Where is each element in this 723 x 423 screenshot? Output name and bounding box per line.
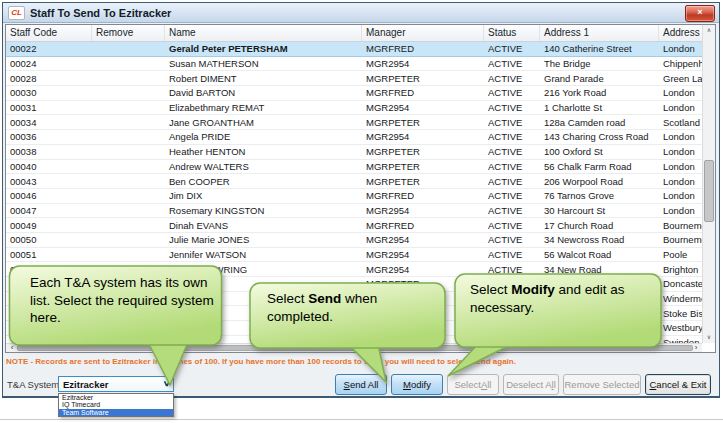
cell-addr1: Grand Parade [540, 73, 659, 84]
cell-addr1: 143 Charing Cross Road [540, 131, 659, 142]
cell-name: Julie Marie JONES [165, 234, 362, 245]
cell-name: Angela PRIDE [165, 131, 362, 142]
cell-manager: MGR2954 [362, 234, 484, 245]
cell-addr2: London [659, 205, 702, 216]
scroll-right-icon[interactable]: › [691, 344, 701, 352]
cell-addr2: Bournemouth [659, 234, 702, 245]
table-row[interactable]: 00043Ben COOPERMGRPETERACTIVE206 Worpool… [6, 174, 702, 189]
table-row[interactable]: 00034Jane GROANTHAMMGRPETERACTIVE128a Ca… [6, 115, 702, 130]
table-row[interactable]: 00024Susan MATHERSONMGR2954ACTIVEThe Bri… [6, 57, 702, 72]
cell-addr2: Scotland [659, 117, 702, 128]
table-row[interactable]: 00031Elizabethmary REMATMGR2954ACTIVE1 C… [6, 101, 702, 116]
column-header-code[interactable]: Staff Code [6, 25, 92, 41]
cell-addr1: 56 Walcot Road [540, 249, 659, 260]
cell-manager: MGR2954 [362, 102, 484, 113]
cell-manager: MGR2954 [362, 131, 484, 142]
cell-status: ACTIVE [484, 249, 540, 260]
grid-header-row: Staff CodeRemoveNameManagerStatusAddress… [6, 25, 702, 42]
cell-addr1: 17 Church Road [540, 220, 659, 231]
table-row[interactable]: 00038Heather HENTONMGRPETERACTIVE100 Oxf… [6, 145, 702, 160]
page-divider [0, 419, 723, 420]
cell-name: Jane GROANTHAM [165, 117, 362, 128]
table-row[interactable]: 00050Julie Marie JONESMGR2954ACTIVE34 Ne… [6, 233, 702, 248]
column-header-addr2[interactable]: Address 2 [659, 25, 702, 41]
vertical-scrollbar[interactable]: ∧ ∨ [702, 25, 715, 343]
cell-addr2: Chippenham [659, 58, 702, 69]
cell-code: 00024 [6, 58, 92, 69]
table-row[interactable]: 00049Dinah EVANSMGRFREDACTIVE17 Church R… [6, 218, 702, 233]
cell-code: 00022 [6, 43, 92, 54]
cell-addr2: London [659, 87, 702, 98]
cell-manager: MGRFRED [362, 87, 484, 98]
cell-status: ACTIVE [484, 176, 540, 187]
table-row[interactable]: 00047Rosemary KINGSTONMGR2954ACTIVE30 Ha… [6, 204, 702, 219]
cell-addr2: London [659, 176, 702, 187]
cell-status: ACTIVE [484, 117, 540, 128]
cell-code: 00051 [6, 249, 92, 260]
cell-name: Dinah EVANS [165, 220, 362, 231]
cell-status: ACTIVE [484, 205, 540, 216]
cell-addr2: London [659, 43, 702, 54]
cell-addr1: 56 Chalk Farm Road [540, 161, 659, 172]
cell-code: 00036 [6, 131, 92, 142]
cell-status: ACTIVE [484, 234, 540, 245]
table-row[interactable]: 00030David BARTONMGRFREDACTIVE216 York R… [6, 86, 702, 101]
cell-status: ACTIVE [484, 43, 540, 54]
title-bar: CL Staff To Send To Ezitracker [3, 3, 719, 23]
cell-manager: MGR2954 [362, 249, 484, 260]
table-row[interactable]: 00028Robert DIMENTMGRPETERACTIVEGrand Pa… [6, 71, 702, 86]
cell-name: David BARTON [165, 87, 362, 98]
table-row[interactable]: 00051Jennifer WATSONMGR2954ACTIVE56 Walc… [6, 248, 702, 263]
dropdown-item[interactable]: Team Software [59, 409, 173, 416]
cell-name: Susan MATHERSON [165, 58, 362, 69]
column-header-name[interactable]: Name [165, 25, 362, 41]
cell-name: Rosemary KINGSTON [165, 205, 362, 216]
cell-status: ACTIVE [484, 161, 540, 172]
cell-code: 00028 [6, 73, 92, 84]
cell-addr2: Green Lane [659, 73, 702, 84]
column-header-status[interactable]: Status [484, 25, 540, 41]
table-row[interactable]: 00022Gerald Peter PETERSHAMMGRFREDACTIVE… [6, 42, 702, 57]
cell-name: Jim DIX [165, 190, 362, 201]
cell-manager: MGRPETER [362, 73, 484, 84]
dropdown-item[interactable]: IQ Timecard [59, 401, 173, 408]
table-row[interactable]: 00046Jim DIXMGRFREDACTIVE76 Tarnos Grove… [6, 189, 702, 204]
cell-code: 00040 [6, 161, 92, 172]
column-header-remove[interactable]: Remove [92, 25, 165, 41]
cell-manager: MGRPETER [362, 117, 484, 128]
cell-name: Heather HENTON [165, 146, 362, 157]
cell-status: ACTIVE [484, 220, 540, 231]
callout-text-ta-system: Each T&A system has its own list. Select… [30, 274, 216, 327]
dropdown-item[interactable]: Ezitracker [59, 394, 173, 401]
cell-name: Andrew WALTERS [165, 161, 362, 172]
vertical-scroll-thumb[interactable] [704, 160, 714, 222]
cell-manager: MGRFRED [362, 190, 484, 201]
window-title: Staff To Send To Ezitracker [30, 7, 171, 19]
cell-addr1: 206 Worpool Road [540, 176, 659, 187]
cell-addr1: 30 Harcourt St [540, 205, 659, 216]
close-button[interactable]: × [685, 5, 715, 22]
cell-manager: MGRFRED [362, 220, 484, 231]
cell-code: 00031 [6, 102, 92, 113]
scroll-down-icon[interactable]: ∨ [703, 332, 715, 343]
cell-status: ACTIVE [484, 131, 540, 142]
callout-text-send: Select Send when completed. [267, 290, 432, 325]
table-row[interactable]: 00040Andrew WALTERSMGRPETERACTIVE56 Chal… [6, 160, 702, 175]
cell-name: Elizabethmary REMAT [165, 102, 362, 113]
app-icon: CL [8, 6, 25, 20]
callout-text-modify: Select Modify and edit as necessary. [470, 281, 662, 316]
cell-addr2: London [659, 161, 702, 172]
cell-addr1: 140 Catherine Street [540, 43, 659, 54]
cell-addr1: 34 Newcross Road [540, 234, 659, 245]
cell-manager: MGR2954 [362, 58, 484, 69]
scroll-up-icon[interactable]: ∧ [703, 25, 715, 36]
cell-addr1: The Bridge [540, 58, 659, 69]
cell-status: ACTIVE [484, 58, 540, 69]
cell-addr1: 216 York Road [540, 87, 659, 98]
cell-manager: MGRPETER [362, 161, 484, 172]
column-header-addr1[interactable]: Address 1 [540, 25, 659, 41]
table-row[interactable]: 00036Angela PRIDEMGR2954ACTIVE143 Charin… [6, 130, 702, 145]
cell-addr2: Bournemouth [659, 220, 702, 231]
cell-addr1: 76 Tarnos Grove [540, 190, 659, 201]
column-header-manager[interactable]: Manager [362, 25, 484, 41]
